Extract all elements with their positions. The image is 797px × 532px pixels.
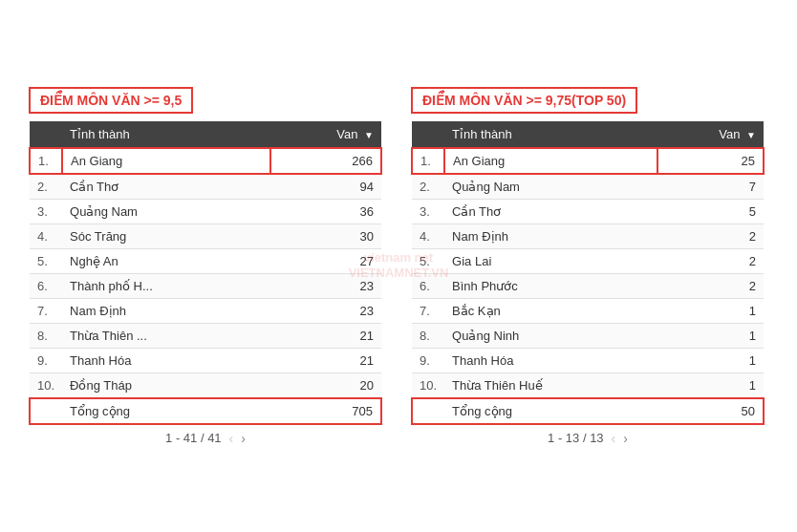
table-row: 9. Thanh Hóa 21 xyxy=(30,348,381,372)
table2: Tỉnh thành Van ▼ 1. An Giang 25 2. Quảng… xyxy=(411,121,765,425)
province-cell: Nam Định xyxy=(444,223,657,248)
value-cell: 23 xyxy=(270,298,381,323)
table-row: 1. An Giang 25 xyxy=(412,148,764,174)
province-cell: Cần Thơ xyxy=(444,199,657,223)
table-row: 7. Bắc Kạn 1 xyxy=(412,298,764,323)
table-row: 9. Thanh Hóa 1 xyxy=(412,348,764,372)
table2-van-header: Van ▼ xyxy=(657,121,764,148)
table-row: 4. Sóc Trăng 30 xyxy=(30,223,381,248)
rank-cell: 9. xyxy=(412,348,444,372)
table-row: 2. Quảng Nam 7 xyxy=(412,174,764,200)
table1-total-label: Tổng cộng xyxy=(62,398,270,424)
table-block-1: ĐIỂM MÔN VĂN >= 9,5 Tỉnh thành Van ▼ 1. xyxy=(29,87,382,446)
rank-cell: 1. xyxy=(30,148,62,174)
province-cell: Quảng Nam xyxy=(444,174,657,200)
table-row: 8. Thừa Thiên ... 21 xyxy=(30,323,381,348)
rank-cell: 7. xyxy=(412,298,444,323)
table2-prev-arrow[interactable]: ‹ xyxy=(612,431,616,446)
table-row: 10. Đồng Tháp 20 xyxy=(30,372,381,398)
rank-cell: 1. xyxy=(412,148,444,174)
rank-cell: 10. xyxy=(30,372,62,398)
value-cell: 1 xyxy=(657,323,764,348)
table-row: 1. An Giang 266 xyxy=(30,148,381,174)
table1-page-info: 1 - 41 / 41 xyxy=(165,431,222,445)
value-cell: 36 xyxy=(270,199,381,223)
table-row: 3. Cần Thơ 5 xyxy=(412,199,764,223)
province-cell: Quảng Ninh xyxy=(444,323,657,348)
rank-cell: 4. xyxy=(30,223,62,248)
value-cell: 21 xyxy=(270,323,381,348)
table1-total-value: 705 xyxy=(270,398,381,424)
value-cell: 5 xyxy=(657,199,764,223)
value-cell: 2 xyxy=(657,248,764,273)
table-row: 8. Quảng Ninh 1 xyxy=(412,323,764,348)
value-cell: 7 xyxy=(657,174,764,200)
rank-cell: 6. xyxy=(412,273,444,298)
value-cell: 266 xyxy=(270,148,381,174)
value-cell: 20 xyxy=(270,372,381,398)
table1: Tỉnh thành Van ▼ 1. An Giang 266 2. Cần … xyxy=(29,121,382,425)
table2-total-label: Tổng cộng xyxy=(444,398,657,424)
table-row: 7. Nam Định 23 xyxy=(30,298,381,323)
province-cell: Thành phố H... xyxy=(62,273,270,298)
province-cell: Quảng Nam xyxy=(62,199,270,223)
rank-cell: 2. xyxy=(30,174,62,200)
province-cell: Cần Thơ xyxy=(62,174,270,200)
table2-total-row: Tổng cộng 50 xyxy=(412,398,764,424)
value-cell: 21 xyxy=(270,348,381,372)
value-cell: 2 xyxy=(657,273,764,298)
rank-cell: 3. xyxy=(30,199,62,223)
province-cell: Thanh Hóa xyxy=(444,348,657,372)
province-cell: Nam Định xyxy=(62,298,270,323)
province-cell: An Giang xyxy=(444,148,657,174)
rank-cell: 6. xyxy=(30,273,62,298)
table1-pagination: 1 - 41 / 41 ‹ › xyxy=(29,431,382,446)
value-cell: 1 xyxy=(657,298,764,323)
table-row: 6. Bình Phước 2 xyxy=(412,273,764,298)
table-row: 2. Cần Thơ 94 xyxy=(30,174,381,200)
value-cell: 1 xyxy=(657,348,764,372)
province-cell: Nghệ An xyxy=(62,248,270,273)
table1-van-header: Van ▼ xyxy=(270,121,381,148)
rank-cell: 10. xyxy=(412,372,444,398)
value-cell: 1 xyxy=(657,372,764,398)
table1-rank-col xyxy=(30,121,62,148)
table-row: 3. Quảng Nam 36 xyxy=(30,199,381,223)
value-cell: 2 xyxy=(657,223,764,248)
table1-title: ĐIỂM MÔN VĂN >= 9,5 xyxy=(29,87,193,114)
value-cell: 25 xyxy=(657,148,764,174)
value-cell: 94 xyxy=(270,174,381,200)
table2-next-arrow[interactable]: › xyxy=(623,431,628,446)
table-block-2: ĐIỂM MÔN VĂN >= 9,75(TOP 50) Tỉnh thành … xyxy=(411,87,765,446)
table-row: 5. Gia Lai 2 xyxy=(412,248,764,273)
rank-cell: 9. xyxy=(30,348,62,372)
rank-cell: 8. xyxy=(412,323,444,348)
sort-arrow2-icon[interactable]: ▼ xyxy=(746,130,756,140)
table1-province-header: Tỉnh thành xyxy=(62,121,270,148)
table2-pagination: 1 - 13 / 13 ‹ › xyxy=(411,431,765,446)
sort-arrow-icon[interactable]: ▼ xyxy=(364,130,374,140)
rank-cell: 5. xyxy=(412,248,444,273)
table1-next-arrow[interactable]: › xyxy=(241,431,246,446)
rank-cell: 5. xyxy=(30,248,62,273)
rank-cell: 4. xyxy=(412,223,444,248)
table1-prev-arrow[interactable]: ‹ xyxy=(229,431,234,446)
table-row: 5. Nghệ An 27 xyxy=(30,248,381,273)
province-cell: Sóc Trăng xyxy=(62,223,270,248)
province-cell: Thừa Thiên ... xyxy=(62,323,270,348)
value-cell: 27 xyxy=(270,248,381,273)
rank-cell: 8. xyxy=(30,323,62,348)
province-cell: Đồng Tháp xyxy=(62,372,270,398)
province-cell: Bắc Kạn xyxy=(444,298,657,323)
value-cell: 30 xyxy=(270,223,381,248)
province-cell: Thừa Thiên Huế xyxy=(444,372,657,398)
table2-province-header: Tỉnh thành xyxy=(444,121,657,148)
table-row: 10. Thừa Thiên Huế 1 xyxy=(412,372,764,398)
rank-cell: 7. xyxy=(30,298,62,323)
table-row: 6. Thành phố H... 23 xyxy=(30,273,381,298)
table2-total-value: 50 xyxy=(657,398,764,424)
table2-page-info: 1 - 13 / 13 xyxy=(548,431,604,445)
province-cell: Thanh Hóa xyxy=(62,348,270,372)
province-cell: An Giang xyxy=(62,148,270,174)
value-cell: 23 xyxy=(270,273,381,298)
